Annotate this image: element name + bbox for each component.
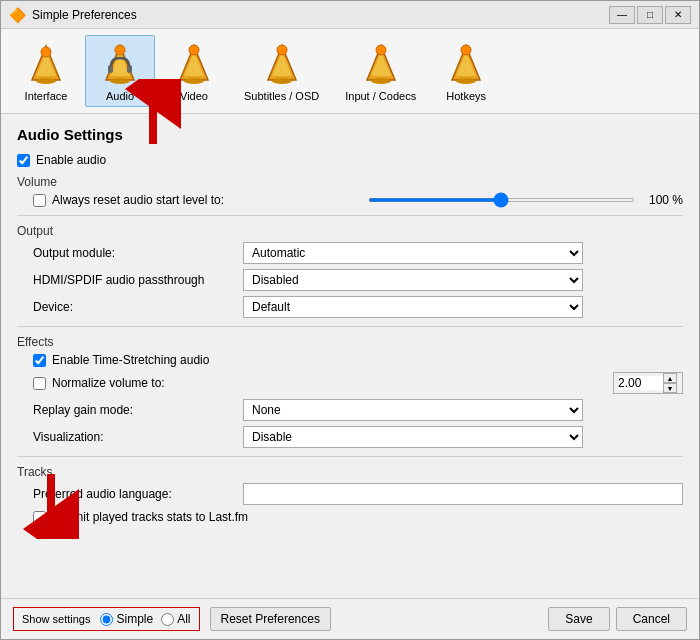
footer: Show settings Simple All Reset Preferenc…	[1, 598, 699, 639]
app-icon: 🔶	[9, 7, 26, 23]
svg-point-16	[189, 45, 199, 55]
toolbar-item-hotkeys[interactable]: Hotkeys	[431, 35, 501, 107]
toolbar-item-audio[interactable]: Audio	[85, 35, 155, 107]
audio-icon	[96, 40, 144, 88]
hotkeys-label: Hotkeys	[446, 90, 486, 102]
video-icon	[170, 40, 218, 88]
svg-point-6	[41, 47, 51, 57]
interface-icon	[22, 40, 70, 88]
hdmi-row: HDMI/SPDIF audio passthrough Disabled	[17, 269, 683, 291]
always-reset-checkbox[interactable]	[33, 194, 46, 207]
replay-gain-label: Replay gain mode:	[33, 403, 243, 417]
simple-radio-item: Simple	[100, 612, 153, 626]
svg-point-7	[36, 78, 56, 84]
hotkeys-icon	[442, 40, 490, 88]
window-controls: — □ ✕	[609, 6, 691, 24]
submit-stats-checkbox[interactable]	[33, 511, 46, 524]
volume-slider-container: 100 %	[368, 193, 684, 207]
enable-audio-row: Enable audio	[17, 153, 683, 167]
time-stretch-checkbox[interactable]	[33, 354, 46, 367]
volume-slider[interactable]	[368, 198, 636, 202]
svg-point-28	[461, 45, 471, 55]
volume-group-label: Volume	[17, 175, 683, 189]
svg-point-20	[277, 45, 287, 55]
visualization-row: Visualization: Disable	[17, 426, 683, 448]
input-label: Input / Codecs	[345, 90, 416, 102]
show-settings-label: Show settings	[22, 613, 90, 625]
svg-point-17	[184, 78, 204, 84]
svg-point-29	[456, 78, 476, 84]
input-icon	[357, 40, 405, 88]
output-module-label: Output module:	[33, 246, 243, 260]
device-row: Device: Default	[17, 296, 683, 318]
always-reset-row: Always reset audio start level to: 100 %	[17, 193, 683, 207]
device-select[interactable]: Default	[243, 296, 583, 318]
hdmi-label: HDMI/SPDIF audio passthrough	[33, 273, 243, 287]
svg-point-11	[110, 78, 130, 84]
page-title: Audio Settings	[17, 126, 683, 143]
all-radio-item: All	[161, 612, 190, 626]
output-group-label: Output	[17, 224, 683, 238]
toolbar: Interface Audio	[1, 29, 699, 114]
normalize-arrows: ▲ ▼	[663, 373, 677, 393]
svg-rect-12	[108, 65, 113, 73]
always-reset-label: Always reset audio start level to:	[52, 193, 368, 207]
normalize-up[interactable]: ▲	[663, 373, 677, 383]
enable-audio-label: Enable audio	[36, 153, 106, 167]
normalize-down[interactable]: ▼	[663, 383, 677, 393]
volume-value: 100 %	[643, 193, 683, 207]
normalize-checkbox[interactable]	[33, 377, 46, 390]
preferred-lang-label: Preferred audio language:	[33, 487, 243, 501]
replay-gain-select[interactable]: None	[243, 399, 583, 421]
main-content: Audio Settings Enable audio Volume Alway…	[1, 114, 699, 598]
toolbar-item-subtitles[interactable]: Subtitles / OSD	[233, 35, 330, 107]
time-stretch-row: Enable Time-Stretching audio	[17, 353, 683, 367]
save-button[interactable]: Save	[548, 607, 609, 631]
simple-radio[interactable]	[100, 613, 113, 626]
normalize-row: Normalize volume to: ▲ ▼	[17, 372, 683, 394]
reset-preferences-button[interactable]: Reset Preferences	[210, 607, 331, 631]
submit-stats-row: Submit played tracks stats to Last.fm	[17, 510, 683, 524]
visualization-select[interactable]: Disable	[243, 426, 583, 448]
toolbar-item-interface[interactable]: Interface	[11, 35, 81, 107]
cancel-button[interactable]: Cancel	[616, 607, 687, 631]
output-module-select[interactable]: Automatic	[243, 242, 583, 264]
svg-point-21	[272, 78, 292, 84]
interface-label: Interface	[25, 90, 68, 102]
simple-radio-label: Simple	[116, 612, 153, 626]
title-bar: 🔶 Simple Preferences — □ ✕	[1, 1, 699, 29]
svg-rect-13	[127, 65, 132, 73]
toolbar-item-input[interactable]: Input / Codecs	[334, 35, 427, 107]
subtitles-label: Subtitles / OSD	[244, 90, 319, 102]
preferred-lang-row: Preferred audio language:	[17, 483, 683, 505]
show-settings-radio-group: Simple All	[100, 612, 190, 626]
window-title: Simple Preferences	[32, 8, 609, 22]
hdmi-select[interactable]: Disabled	[243, 269, 583, 291]
effects-group-label: Effects	[17, 335, 683, 349]
all-radio[interactable]	[161, 613, 174, 626]
maximize-button[interactable]: □	[637, 6, 663, 24]
preferred-lang-input[interactable]	[243, 483, 683, 505]
svg-point-10	[115, 45, 125, 55]
close-button[interactable]: ✕	[665, 6, 691, 24]
all-radio-label: All	[177, 612, 190, 626]
tracks-group-label: Tracks	[17, 465, 683, 479]
submit-stats-label: Submit played tracks stats to Last.fm	[52, 510, 248, 524]
video-label: Video	[180, 90, 208, 102]
normalize-label: Normalize volume to:	[52, 376, 613, 390]
time-stretch-label: Enable Time-Stretching audio	[52, 353, 209, 367]
audio-label: Audio	[106, 90, 134, 102]
visualization-label: Visualization:	[33, 430, 243, 444]
toolbar-item-video[interactable]: Video	[159, 35, 229, 107]
minimize-button[interactable]: —	[609, 6, 635, 24]
output-module-row: Output module: Automatic	[17, 242, 683, 264]
show-settings-box: Show settings Simple All	[13, 607, 200, 631]
svg-point-25	[371, 78, 391, 84]
normalize-spinbox: ▲ ▼	[613, 372, 683, 394]
replay-gain-row: Replay gain mode: None	[17, 399, 683, 421]
svg-point-24	[376, 45, 386, 55]
normalize-input[interactable]	[618, 376, 663, 390]
enable-audio-checkbox[interactable]	[17, 154, 30, 167]
device-label: Device:	[33, 300, 243, 314]
subtitles-icon	[258, 40, 306, 88]
